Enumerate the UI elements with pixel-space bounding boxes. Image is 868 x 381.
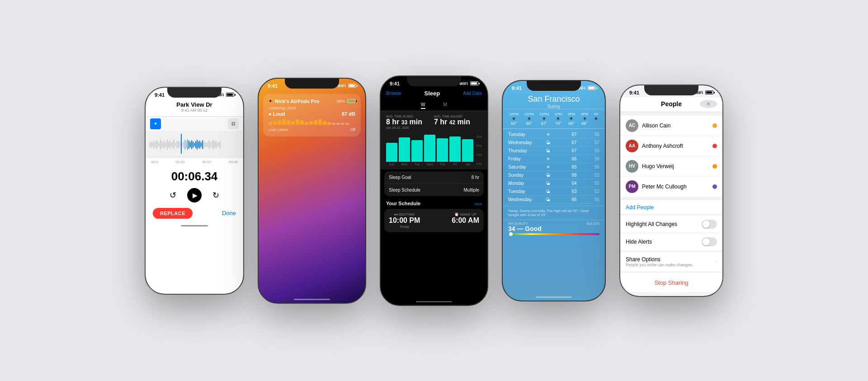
share-options-row[interactable]: Share Options People you invite can make… [620,252,722,271]
add-people-row[interactable]: Add People [620,200,722,214]
day-sunday: Sunday🌤6853 [508,171,599,179]
add-people-btn[interactable]: Add People [626,204,654,211]
day-thursday: Thursday🌤6756 [508,147,599,155]
phone1-notch [167,88,222,98]
stop-sharing-row[interactable]: Stop Sharing [620,273,722,292]
sleep-goal-2[interactable]: Sleep Schedule Multiple [384,184,484,196]
day-saturday: Saturday☀6556 [508,163,599,171]
highlight-changes-toggle[interactable] [702,220,717,229]
day-tuesday2: Tuesday🌤6352 [508,188,599,196]
phone3-home-indicator [416,301,452,302]
listen-row: Live Listen Off [269,127,355,132]
airpods-battery-icon [347,99,355,103]
schedule-next: Next [475,202,482,206]
vm-edit-btn[interactable]: ✦ [150,118,161,129]
stat2-value: 7 hr 42 min [434,118,470,126]
noise-label: Listening Level [269,106,355,110]
hour-3: 1PM ☀ 70° [555,112,562,126]
phone1-screen: 9:41 ●●● ▲ WiFi Park View Dr 9:41 AM 00:… [146,88,243,294]
name-hugo: Hugo Verweij [642,163,709,169]
dot-allison [712,123,717,128]
airpods-widget: ✦ Nick's AirPods Pro 98% Listening Level… [263,94,361,136]
person-anthony[interactable]: AA Anthony Ashcroft [620,136,722,156]
weather-city: San Francisco Sunny [503,93,605,109]
stat1-label: AVG. TIME IN BED [386,115,434,118]
tab-week[interactable]: W [421,101,425,109]
vm-rewind-btn[interactable]: ↺ [170,190,176,200]
airpods-battery-pct: 98% [337,99,345,103]
health-back-btn[interactable]: Browse [386,91,401,96]
hour-5: 3PM ☀ 66° [581,112,588,126]
vm-bottom [146,222,243,229]
done-button[interactable]: Done [222,210,236,216]
sleep-goal-2-value: Multiple [464,188,479,193]
aqi-dot [509,232,513,236]
aqi-value: 34 — Good [508,225,599,232]
phone5-time: 9:41 [629,90,639,95]
phone3-notch [407,76,461,86]
name-peter: Peter Mc Cullough [642,183,709,190]
highlight-changes-label: Highlight All Changes [626,221,677,227]
sleep-tabs: W M [381,99,487,111]
sleep-bar-sun: Sun [386,143,397,166]
sleep-bar-fri: Fri [449,136,461,166]
vm-playback: ↺ ▶ ↻ [146,186,243,204]
phone2-screen: 9:41 ●●● WiFi ✦ Nick's AirPods Pro [259,79,365,303]
dot-hugo [712,164,717,169]
share-options-chevron: › [716,259,717,264]
phone2-battery-icon [348,84,356,88]
day-monday: Monday🌤6455 [508,179,599,188]
hour-4: 2PM ☀ 68° [568,112,575,126]
voice-memo-subtitle: 9:41 AM 00:12 [150,108,239,113]
airpods-header: ✦ Nick's AirPods Pro 98% [269,99,355,104]
people-close-btn[interactable]: ✕ [700,100,717,108]
highlight-changes-row: Highlight All Changes [620,216,722,233]
sleep-stats: AVG. TIME IN BED 8 hr 33 min Jun 16-22, … [381,111,487,131]
vm-timeline: 00:000:0300:0700:08 [146,158,243,166]
phone-weather: 9:41 ●●● WiFi San Francisco Sunny 10PM ☀ [502,80,606,301]
health-title: Sleep [424,90,440,97]
avatar-hugo: HV [626,160,638,173]
sleep-bar-tue: Tue [411,140,423,166]
hour-1: 11PM ☀ 66° [524,112,534,126]
phone2-home-indicator [294,299,330,300]
person-hugo[interactable]: HV Hugo Verweij [620,156,722,177]
weather-hourly: 10PM ☀ 64° 11PM ☀ 66° 12PM ☀ 67° 1PM ☀ [503,109,605,129]
phone3-screen: 9:41 N ●●● WiFi Browse Sleep Add Data W … [381,76,487,305]
city-name: San Francisco [503,94,605,104]
bedtime-item: 🛏 BEDTIME 10:00 PM Today [389,212,420,229]
schedule-card: 🛏 BEDTIME 10:00 PM Today ⏰ WAKE UP 6:00 … [384,209,484,232]
tab-month[interactable]: M [443,101,447,109]
avatar-anthony: AA [626,140,638,152]
phone-airpods: 9:41 ●●● WiFi ✦ Nick's AirPods Pro [258,78,366,304]
aqi-label: AIR QUALITY [508,222,528,225]
avatar-peter: PM [626,180,638,193]
hide-alerts-toggle[interactable] [702,237,717,246]
sleep-bar-mon: Mon [399,137,410,166]
name-allison: Allison Cain [642,122,709,129]
vm-crop-btn[interactable]: ⊡ [228,118,239,129]
person-allison[interactable]: AC Allison Cain [620,116,722,136]
sleep-goal-2-label: Sleep Schedule [389,188,420,193]
weather-condition: Sunny [503,104,605,109]
vm-play-btn[interactable]: ▶ [187,188,202,202]
share-options-left: Share Options People you invite can make… [626,256,693,267]
phone1-battery-icon [226,93,234,97]
phone5-notch [644,85,698,95]
stop-sharing-btn[interactable]: Stop Sharing [654,279,688,286]
day-friday: Friday☀6656 [508,155,599,163]
phone1-home-indicator [176,290,212,291]
bedtime-time: 10:00 PM [389,216,420,225]
day-wednesday: Wednesday🌤6757 [508,139,599,147]
person-peter[interactable]: PM Peter Mc Cullough [620,177,722,197]
sleep-goal-1[interactable]: Sleep Goal 8 hr [384,171,484,184]
phone4-time: 9:41 [512,85,522,91]
settings-section: Highlight All Changes Hide Alerts [620,216,722,250]
vm-forward-btn[interactable]: ↻ [212,190,219,200]
phone4-battery-icon [588,86,596,90]
replace-button[interactable]: REPLACE [153,208,193,219]
volume-bars [269,118,355,125]
sleep-stat-inbed: AVG. TIME IN BED 8 hr 33 min Jun 16-22, … [386,115,434,129]
health-add-btn[interactable]: Add Data [463,91,482,96]
bedtime-sub: Today [389,225,420,229]
